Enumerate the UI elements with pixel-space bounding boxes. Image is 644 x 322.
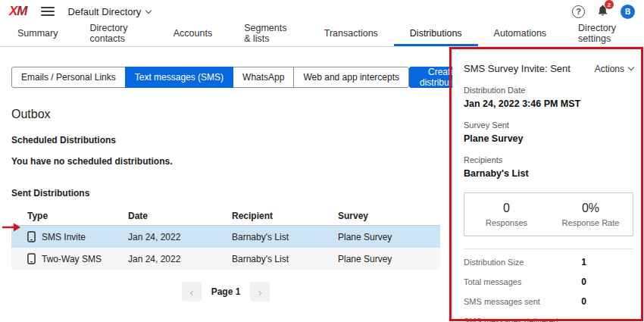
directory-selector[interactable]: Default Directory [68, 6, 152, 17]
panel-title: SMS Survey Invite: Sent [464, 63, 571, 74]
column-header-recipient: Recipient [232, 211, 338, 221]
cell-recipient: Barnaby's List [232, 232, 338, 242]
tab-automations[interactable]: Automations [478, 23, 562, 46]
stat-label: Response Rate [562, 218, 620, 227]
metric-sms-messages-sent: SMS messages sent 0 [464, 292, 633, 311]
cell-survey: Plane Survey [338, 232, 440, 242]
cell-date: Jan 24, 2022 [128, 254, 232, 264]
scheduled-empty-message: You have no scheduled distributions. [11, 156, 440, 167]
help-icon[interactable]: ? [572, 5, 585, 18]
metric-label: SMS messages sent [464, 297, 540, 306]
field-label: Recipients [464, 155, 633, 164]
field-value: Plane Survey [464, 133, 633, 144]
page-title: Outbox [11, 108, 440, 121]
channel-tab-web-intercepts[interactable]: Web and app intercepts [293, 67, 409, 88]
notifications-button[interactable]: 2 [596, 4, 609, 19]
channel-tab-emails[interactable]: Emails / Personal Links [11, 67, 126, 88]
field-distribution-date: Distribution Date Jan 24, 2022 3:46 PM M… [464, 86, 633, 109]
response-stats-box: 0 Responses 0% Response Rate [464, 192, 633, 236]
tab-summary[interactable]: Summary [2, 23, 73, 46]
column-header-type: Type [11, 211, 128, 221]
field-label: Survey Sent [464, 120, 633, 130]
metric-label: SMS messages delivered [464, 317, 558, 322]
tab-transactions[interactable]: Transactions [308, 23, 394, 46]
channel-tab-sms[interactable]: Text messages (SMS) [125, 67, 233, 88]
phone-icon [27, 253, 36, 264]
stat-responses: 0 Responses [464, 193, 549, 236]
distribution-detail-panel: SMS Survey Invite: Sent Actions Distribu… [452, 48, 644, 322]
stat-value: 0 [503, 202, 510, 215]
cell-type: SMS Invite [42, 232, 86, 242]
channel-tab-whatsapp[interactable]: WhatsApp [233, 67, 294, 88]
field-value: Jan 24, 2022 3:46 PM MST [464, 98, 633, 109]
top-bar: XM Default Directory ? 2 B [0, 0, 644, 23]
tab-segments-lists[interactable]: Segments & lists [228, 23, 308, 46]
sent-distributions-heading: Sent Distributions [11, 188, 440, 199]
field-survey-sent: Survey Sent Plane Survey [464, 120, 633, 144]
table-header-row: Type Date Recipient Survey [11, 206, 440, 226]
channel-toolbar: Emails / Personal Links Text messages (S… [11, 67, 440, 88]
directory-label: Default Directory [68, 6, 142, 17]
metric-label: Distribution Size [464, 258, 524, 267]
tab-distributions[interactable]: Distributions [394, 23, 478, 46]
phone-icon [27, 231, 36, 242]
stat-label: Responses [486, 218, 527, 227]
directory-nav: Summary Directory contacts Accounts Segm… [0, 23, 644, 47]
field-recipients: Recipients Barnaby's List [464, 155, 633, 179]
tab-directory-contacts[interactable]: Directory contacts [73, 23, 157, 46]
field-value: Barnaby's List [464, 168, 633, 179]
metric-sms-messages-delivered: SMS messages delivered [464, 311, 633, 322]
chevron-down-icon [628, 64, 634, 70]
sent-distributions-table: Type Date Recipient Survey SMS Invite Ja… [11, 206, 440, 270]
cell-recipient: Barnaby's List [232, 254, 338, 264]
actions-dropdown[interactable]: Actions [595, 64, 633, 74]
next-page-button[interactable]: › [250, 282, 270, 302]
actions-label: Actions [595, 64, 624, 74]
menu-icon[interactable] [41, 5, 55, 18]
metric-label: Total messages [464, 277, 521, 286]
table-row[interactable]: SMS Invite Jan 24, 2022 Barnaby's List P… [11, 226, 440, 248]
metric-distribution-size: Distribution Size 1 [464, 252, 633, 272]
tab-directory-settings[interactable]: Directory settings [562, 23, 644, 46]
tab-accounts[interactable]: Accounts [158, 23, 228, 46]
stat-value: 0% [582, 202, 599, 215]
metric-value: 0 [581, 296, 586, 307]
scheduled-distributions-heading: Scheduled Distributions [11, 135, 440, 145]
distributions-main: Emails / Personal Links Text messages (S… [0, 47, 452, 322]
notification-badge: 2 [605, 0, 614, 9]
cell-type: Two-Way SMS [42, 254, 102, 264]
column-header-date: Date [128, 211, 232, 221]
table-row[interactable]: Two-Way SMS Jan 24, 2022 Barnaby's List … [11, 248, 440, 270]
cell-survey: Plane Survey [338, 254, 440, 264]
field-label: Distribution Date [464, 86, 633, 95]
xm-logo: XM [9, 4, 27, 19]
channel-tab-group: Emails / Personal Links Text messages (S… [11, 67, 409, 88]
stat-response-rate: 0% Response Rate [549, 193, 633, 236]
cell-date: Jan 24, 2022 [128, 232, 232, 242]
metrics-list: Distribution Size 1 Total messages 0 SMS… [464, 249, 633, 322]
column-header-survey: Survey [338, 211, 440, 221]
page-indicator: Page 1 [211, 286, 241, 297]
avatar[interactable]: B [621, 5, 635, 19]
pagination: ‹ Page 1 › [11, 282, 440, 302]
metric-total-messages: Total messages 0 [464, 272, 633, 292]
metric-value: 1 [581, 257, 586, 267]
chevron-down-icon [145, 7, 152, 13]
previous-page-button[interactable]: ‹ [182, 282, 202, 302]
metric-value: 0 [581, 277, 586, 287]
